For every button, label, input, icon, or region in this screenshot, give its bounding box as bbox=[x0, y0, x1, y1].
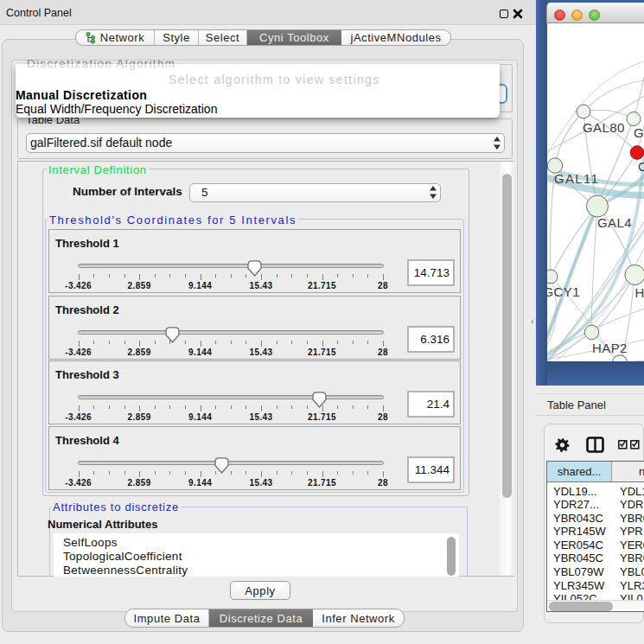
svg-text:GA: GA bbox=[634, 125, 644, 140]
svg-text:C: C bbox=[638, 159, 644, 174]
svg-text:GAL80: GAL80 bbox=[583, 120, 625, 135]
svg-text:GCY1: GCY1 bbox=[547, 284, 580, 299]
svg-text:GAL11: GAL11 bbox=[554, 171, 599, 186]
svg-text:GAL4: GAL4 bbox=[597, 215, 632, 230]
svg-text:HI: HI bbox=[635, 285, 644, 300]
svg-text:HAP2: HAP2 bbox=[592, 341, 628, 355]
